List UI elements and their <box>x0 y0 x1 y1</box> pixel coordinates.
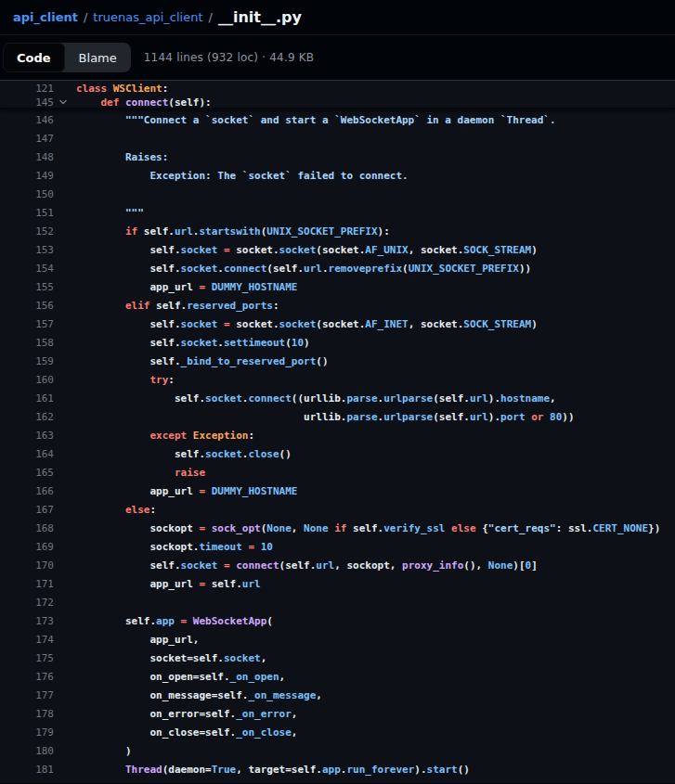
line-number[interactable]: 155 <box>0 278 54 297</box>
tab-blame[interactable]: Blame <box>65 43 131 72</box>
gutter-gap <box>54 742 76 761</box>
gutter-gap <box>54 241 76 260</box>
gutter-gap <box>54 81 76 97</box>
gutter-gap <box>54 464 76 482</box>
code-text: Raises: <box>76 148 675 167</box>
code-text <box>76 130 675 148</box>
code-text: on_message=self._on_message, <box>76 687 675 705</box>
breadcrumb-directory-link[interactable]: truenas_api_client <box>93 10 202 24</box>
breadcrumb-filename: __init__.py <box>218 8 302 26</box>
code-line: 177 on_message=self._on_message, <box>0 687 675 705</box>
line-number[interactable]: 178 <box>0 705 54 724</box>
line-number[interactable]: 170 <box>0 557 54 575</box>
line-number[interactable]: 165 <box>0 464 54 482</box>
line-number[interactable]: 160 <box>0 371 54 390</box>
gutter-gap <box>54 278 76 297</box>
code-text: self.socket.close() <box>76 445 675 464</box>
code-line: 121class WSClient: <box>0 81 675 97</box>
gutter-gap <box>54 538 76 557</box>
chevron-down-icon[interactable] <box>58 97 71 108</box>
code-line: 172 <box>0 594 675 612</box>
code-text: on_open=self._on_open, <box>76 668 675 687</box>
code-line: 161 self.socket.connect((urllib.parse.ur… <box>0 390 675 408</box>
code-line: 169 sockopt.timeout = 10 <box>0 538 675 557</box>
code-line: 146 """Connect a `socket` and start a `W… <box>0 111 675 130</box>
code-line: 153 self.socket = socket.socket(socket.A… <box>0 241 675 260</box>
code-text: self.socket.connect((urllib.parse.urlpar… <box>76 390 675 408</box>
line-number[interactable]: 156 <box>0 297 54 315</box>
breadcrumb-repo-link[interactable]: api_client <box>13 10 78 24</box>
line-number[interactable]: 147 <box>0 130 54 148</box>
line-number[interactable]: 167 <box>0 501 54 520</box>
code-line: 173 self.app = WebSocketApp( <box>0 612 675 631</box>
tab-code[interactable]: Code <box>3 43 65 72</box>
line-number[interactable]: 173 <box>0 612 54 631</box>
sticky-context-lines: 121class WSClient: 145 def connect(self)… <box>0 81 675 109</box>
line-number[interactable]: 150 <box>0 186 54 204</box>
line-number[interactable]: 174 <box>0 631 54 649</box>
gutter-gap <box>54 130 76 148</box>
code-text: app_url = DUMMY_HOSTNAME <box>76 278 675 297</box>
line-number[interactable]: 180 <box>0 742 54 761</box>
code-line: 157 self.socket = socket.socket(socket.A… <box>0 315 675 334</box>
file-toolbar: Code Blame 1144 lines (932 loc) · 44.9 K… <box>0 35 675 81</box>
line-number[interactable]: 161 <box>0 390 54 408</box>
gutter-gap <box>54 390 76 408</box>
line-number[interactable]: 146 <box>0 111 54 130</box>
code-line: 175 socket=self.socket, <box>0 649 675 668</box>
code-text: sockopt = sock_opt(None, None if self.ve… <box>76 520 675 538</box>
line-number[interactable]: 168 <box>0 520 54 538</box>
line-number[interactable]: 163 <box>0 427 54 445</box>
code-text: socket=self.socket, <box>76 649 675 668</box>
gutter-gap <box>54 427 76 445</box>
gutter-gap <box>54 445 76 464</box>
line-number[interactable]: 162 <box>0 408 54 427</box>
line-number[interactable]: 121 <box>0 81 54 97</box>
line-number[interactable]: 152 <box>0 223 54 241</box>
line-number[interactable]: 175 <box>0 649 54 668</box>
code-line: 154 self.socket.connect(self.url.removep… <box>0 260 675 278</box>
line-number[interactable]: 145 <box>0 97 54 108</box>
code-line: 145 def connect(self): <box>0 97 675 108</box>
code-text: except Exception: <box>76 427 675 445</box>
code-line: 164 self.socket.close() <box>0 445 675 464</box>
code-lines: 146 """Connect a `socket` and start a `W… <box>0 109 675 779</box>
code-line: 171 app_url = self.url <box>0 575 675 594</box>
gutter-gap <box>54 631 76 649</box>
gutter-gap <box>54 761 76 779</box>
line-number[interactable]: 157 <box>0 315 54 334</box>
line-number[interactable]: 153 <box>0 241 54 260</box>
code-text <box>76 594 675 612</box>
line-number[interactable]: 154 <box>0 260 54 278</box>
line-number[interactable]: 159 <box>0 353 54 371</box>
line-number[interactable]: 149 <box>0 167 54 186</box>
line-number[interactable]: 171 <box>0 575 54 594</box>
line-number[interactable]: 176 <box>0 668 54 687</box>
code-text: raise <box>76 464 675 482</box>
breadcrumb-separator: / <box>78 10 93 24</box>
gutter-gap <box>54 705 76 724</box>
code-text: elif self.reserved_ports: <box>76 297 675 315</box>
code-line: 181 Thread(daemon=True, target=self.app.… <box>0 761 675 779</box>
gutter-gap <box>54 260 76 278</box>
line-number[interactable]: 151 <box>0 204 54 223</box>
code-text: Exception: The `socket` failed to connec… <box>76 167 675 186</box>
line-number[interactable]: 172 <box>0 594 54 612</box>
line-number[interactable]: 148 <box>0 148 54 167</box>
line-number[interactable]: 181 <box>0 761 54 779</box>
gutter-gap <box>54 148 76 167</box>
line-number[interactable]: 179 <box>0 724 54 742</box>
line-number[interactable]: 169 <box>0 538 54 557</box>
code-text: app_url, <box>76 631 675 649</box>
line-number[interactable]: 164 <box>0 445 54 464</box>
line-number[interactable]: 177 <box>0 687 54 705</box>
code-blame-segmented-control: Code Blame <box>3 43 131 72</box>
line-number[interactable]: 166 <box>0 482 54 501</box>
code-line: 178 on_error=self._on_error, <box>0 705 675 724</box>
gutter-gap <box>54 186 76 204</box>
gutter-gap <box>54 353 76 371</box>
code-line: 162 urllib.parse.urlparse(self.url).port… <box>0 408 675 427</box>
code-line: 165 raise <box>0 464 675 482</box>
line-number[interactable]: 158 <box>0 334 54 353</box>
code-line: 150 <box>0 186 675 204</box>
